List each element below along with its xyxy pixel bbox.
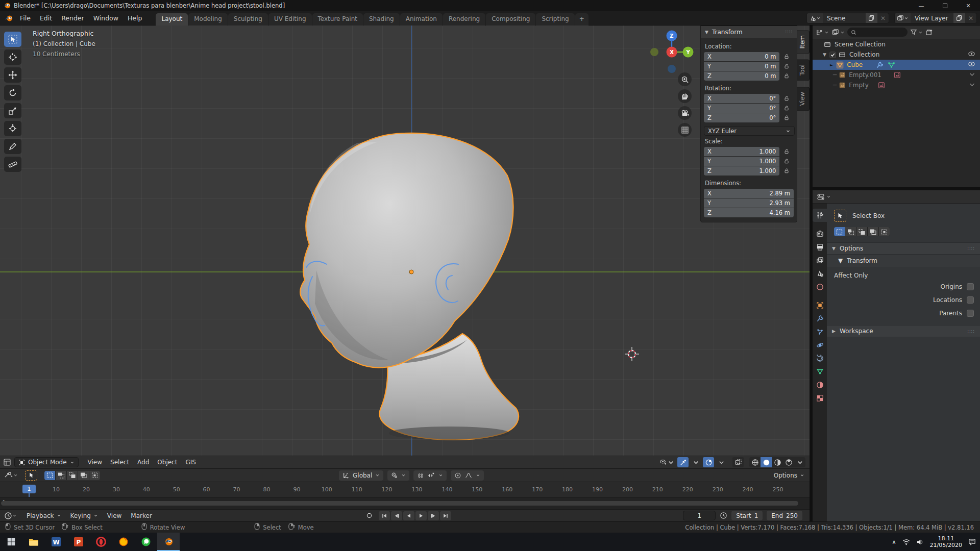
workspace-tab-layout[interactable]: Layout (156, 13, 188, 26)
rotation-mode-dropdown[interactable]: XYZ Euler (704, 126, 795, 136)
shading-solid-button[interactable] (761, 457, 772, 467)
rows-rot-y-field[interactable]: Y0° (704, 104, 779, 113)
show-gizmo-toggle[interactable] (677, 457, 689, 467)
tool-options-dropdown[interactable]: Options (774, 472, 804, 479)
mode-dropdown[interactable]: Object Mode (14, 457, 79, 467)
taskbar-start[interactable] (0, 533, 22, 551)
rows-scale-x-field[interactable]: X1.000 (704, 147, 779, 156)
transport-jump-end-button[interactable] (440, 511, 451, 520)
scene-selector[interactable]: Scene ✕ (806, 13, 889, 23)
properties-tab-world[interactable] (813, 280, 827, 293)
workspace-tab-sculpting[interactable]: Sculpting (228, 13, 268, 26)
rows-loc-z-field[interactable]: Z0 m (704, 71, 779, 81)
lock-icon[interactable] (779, 105, 794, 111)
workspace-tab-shading[interactable]: Shading (363, 13, 400, 26)
menu-help[interactable]: Help (123, 14, 147, 22)
chevron-down-icon[interactable] (12, 513, 17, 518)
select-mode-intersect[interactable] (879, 227, 890, 236)
new-collection-button[interactable] (925, 29, 933, 36)
tool-select-box[interactable] (4, 32, 21, 47)
select-mode-new[interactable] (44, 471, 55, 480)
scene-name[interactable]: Scene (823, 15, 866, 22)
properties-tab-texture[interactable] (813, 391, 827, 405)
gizmo-dropdown[interactable] (690, 457, 701, 467)
show-overlays-toggle[interactable] (703, 457, 714, 467)
playback-menu-view[interactable]: View (103, 511, 126, 521)
close-button[interactable]: ✕ (957, 0, 980, 11)
view-layer-selector[interactable]: View Layer ✕ (894, 13, 977, 23)
panel-grip-icon[interactable]: :::: (967, 329, 975, 334)
modifier-wrench-icon[interactable] (876, 61, 884, 69)
taskbar-clock[interactable]: 18:11 21/05/2020 (930, 535, 962, 548)
lock-icon[interactable] (779, 148, 794, 155)
scene-unlink-button[interactable]: ✕ (877, 15, 889, 22)
active-tool-button[interactable] (25, 470, 37, 481)
n-panel-tab-tool[interactable]: Tool (797, 59, 810, 81)
taskbar-word[interactable]: W (45, 533, 67, 551)
shading-dropdown[interactable] (794, 457, 805, 467)
shading-material-button[interactable] (772, 457, 783, 467)
nav-pan-button[interactable] (678, 89, 692, 103)
checkbox-locations[interactable] (967, 296, 974, 304)
select-mode-subtract[interactable] (856, 227, 867, 236)
tool-cursor-3d[interactable] (4, 49, 21, 65)
active-tool-icon[interactable] (834, 210, 846, 222)
tool-transform[interactable] (4, 121, 21, 136)
outliner-row-empty[interactable]: ─ Empty (813, 80, 980, 90)
tool-scale[interactable] (4, 103, 21, 118)
properties-tab-object-data[interactable] (813, 365, 827, 378)
snap-target-icon[interactable] (427, 472, 435, 479)
properties-tab-constraints[interactable] (813, 352, 827, 365)
chevron-down-icon[interactable] (969, 71, 975, 79)
rows-rot-z-field[interactable]: Z0° (704, 113, 779, 122)
workspace-tab-modeling[interactable]: Modeling (188, 13, 228, 26)
rows-loc-y-field[interactable]: Y0 m (704, 62, 779, 71)
view-layer-name[interactable]: View Layer (911, 15, 953, 22)
panel-grip-icon[interactable]: :::: (785, 30, 793, 34)
notification-center-icon[interactable] (968, 538, 976, 545)
view-layer-copy-button[interactable] (953, 13, 965, 23)
rows-loc-x-field[interactable]: X0 m (704, 52, 779, 61)
transport-prev-key-button[interactable] (391, 511, 402, 520)
view-layer-remove-button[interactable]: ✕ (965, 15, 976, 22)
transport-play-button[interactable] (415, 511, 427, 520)
overlays-dropdown[interactable] (716, 457, 727, 467)
transform-subpanel-header[interactable]: ▼ Transform (827, 255, 980, 267)
tool-move[interactable] (4, 67, 21, 83)
minimize-button[interactable]: — (910, 0, 933, 11)
panel-grip-icon[interactable]: :::: (967, 246, 975, 251)
rows-dim-z-field[interactable]: Z4.16 m (704, 208, 794, 217)
playback-menu-keying[interactable]: Keying (66, 511, 103, 521)
rows-dim-y-field[interactable]: Y2.93 m (704, 198, 794, 208)
menu-edit[interactable]: Edit (35, 14, 57, 22)
properties-tab-material[interactable] (813, 378, 827, 391)
vertex-group-icon[interactable] (888, 61, 895, 69)
object-visibility-dropdown[interactable] (658, 457, 676, 467)
viewport-menu-select[interactable]: Select (106, 457, 133, 467)
shading-rendered-button[interactable] (783, 457, 794, 467)
properties-tab-physics[interactable] (813, 338, 827, 352)
select-mode-invert[interactable] (868, 227, 878, 236)
select-mode-new[interactable] (834, 227, 845, 236)
tool-measure[interactable] (4, 157, 21, 172)
scene-icon[interactable] (807, 13, 823, 23)
rows-scale-y-field[interactable]: Y1.000 (704, 157, 779, 166)
properties-tab-particles[interactable] (813, 325, 827, 338)
navigation-gizmo[interactable]: Z X Y (646, 27, 697, 78)
options-panel-header[interactable]: ▼ Options :::: (827, 242, 980, 255)
properties-tab-object[interactable] (813, 298, 827, 312)
lock-icon[interactable] (779, 158, 794, 164)
editor-type-icon[interactable] (3, 458, 11, 466)
frame-end-field[interactable]: End 250 (767, 511, 802, 520)
proportional-editing-controls[interactable] (451, 470, 484, 481)
blender-menu-icon[interactable] (4, 14, 13, 22)
rows-rot-x-field[interactable]: X0° (704, 94, 779, 103)
expand-arrow-icon[interactable]: ► (830, 63, 833, 67)
wifi-icon[interactable] (902, 539, 910, 545)
orientation-dropdown[interactable]: Global (339, 470, 383, 481)
volume-icon[interactable] (916, 539, 924, 545)
select-mode-subtract[interactable] (67, 471, 78, 480)
workspace-tab-scripting[interactable]: Scripting (536, 13, 574, 26)
nav-ortho-grid-button[interactable] (678, 123, 692, 137)
image-data-icon[interactable] (878, 82, 885, 89)
